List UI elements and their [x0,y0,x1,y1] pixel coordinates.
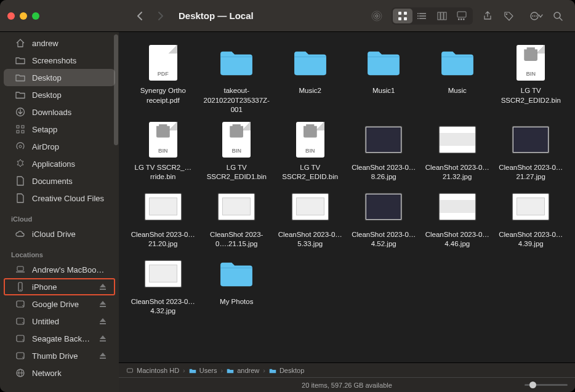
sidebar-item[interactable]: iCloud Drive [4,225,115,242]
sidebar-item[interactable]: Google Drive [4,295,115,313]
item-thumbnail [438,120,477,159]
airdrop-icon[interactable] [367,9,387,23]
file-grid[interactable]: PDFSynergy Ortho receipt.pdftakeout-2021… [119,32,575,362]
sidebar-item[interactable]: Downloads [4,103,115,121]
minimize-button[interactable] [20,12,27,20]
file-item[interactable]: PDFSynergy Ortho receipt.pdf [127,43,199,115]
document-icon: BIN [296,122,324,158]
svg-rect-31 [22,130,24,133]
file-item[interactable]: CleanShot 2023-0…21.27.jpg [496,120,567,182]
sidebar-item[interactable]: Network [4,364,115,382]
sidebar-item[interactable]: Thumb Drive [4,347,115,364]
item-label: LG TV SSCR2_EDID1.bin [203,163,270,182]
view-gallery-button[interactable] [452,9,472,23]
svg-rect-17 [458,18,460,20]
sidebar-item[interactable]: Documents [4,172,115,190]
document-icon: BIN [222,122,251,158]
sidebar-item-label: Google Drive [32,300,93,309]
sidebar-item[interactable]: Andrew's MacBoo… [4,261,115,278]
file-item[interactable]: BINLG TV SSCR2_…rride.bin [127,120,199,182]
sidebar-item-label: Desktop [32,90,108,100]
view-icons-button[interactable] [393,9,412,23]
zoom-slider[interactable] [525,384,568,386]
search-button[interactable] [548,9,568,23]
sidebar-item[interactable]: Applications [4,155,115,172]
file-item[interactable]: CleanShot 2023-0….21.15.jpg [201,187,273,249]
eject-icon[interactable] [99,352,108,359]
svg-rect-29 [22,126,24,128]
file-item[interactable]: BINLG TV SSCR2_EDID1.bin [201,120,273,182]
sidebar-item[interactable]: Untitled [4,313,115,330]
svg-rect-19 [463,18,465,20]
path-segment[interactable]: andrew [227,367,259,374]
sidebar-item[interactable]: Desktop [4,69,115,86]
sidebar-item[interactable]: andrew [4,34,115,52]
sidebar-item-label: iPhone [32,282,93,292]
close-button[interactable] [7,12,15,20]
file-item[interactable]: Music2 [275,43,346,115]
svg-point-1 [374,13,380,19]
file-item[interactable]: CleanShot 2023-0…4.39.jpg [496,187,567,249]
svg-rect-37 [17,301,24,307]
toolbar [367,7,568,25]
image-thumbnail [365,193,402,220]
item-thumbnail [438,43,477,82]
svg-rect-5 [398,17,401,20]
file-item[interactable]: CleanShot 2023-0…8.26.jpg [348,120,420,182]
file-item[interactable]: CleanShot 2023-0…21.32.jpg [422,120,493,182]
zoom-button[interactable] [32,12,39,20]
svg-rect-14 [441,12,443,20]
image-thumbnail [439,193,476,220]
eject-icon[interactable] [99,318,108,325]
file-item[interactable]: CleanShot 2023-0…4.46.jpg [422,187,493,249]
file-item[interactable]: My Photos [201,254,273,316]
sidebar-scrollbar[interactable] [114,34,118,145]
sidebar-item[interactable]: iPhone [4,278,115,295]
folder-icon [15,89,26,100]
svg-rect-6 [404,17,407,20]
folder-blue-icon [189,367,196,374]
sidebar-item[interactable]: Seagate Backu… [4,330,115,347]
file-item[interactable]: Music1 [348,43,420,115]
view-columns-button[interactable] [432,9,452,23]
sidebar-item-label: Downloads [32,108,108,117]
svg-rect-41 [17,335,24,342]
action-menu-button[interactable] [527,9,547,23]
path-segment[interactable]: Desktop [269,367,304,374]
path-segment[interactable]: Macintosh HD [126,367,179,374]
sidebar-item[interactable]: Creative Cloud Files [4,190,115,207]
file-item[interactable]: CleanShot 2023-0…5.33.jpg [275,187,346,249]
file-item[interactable]: BINLG TV SSCR2_EDID.bin [275,120,346,182]
sidebar[interactable]: andrewScreenshotsDesktopDesktopDownloads… [0,32,119,392]
image-thumbnail [145,260,182,287]
file-item[interactable]: BINLG TV SSCR2_EDID2.bin [496,43,567,115]
file-item[interactable]: takeout-20210220T235337Z-001 [201,43,273,115]
chevron-right-icon: › [220,367,223,374]
forward-button[interactable] [151,7,169,25]
path-label: andrew [237,367,259,374]
eject-icon[interactable] [99,335,108,342]
file-item[interactable]: CleanShot 2023-0…21.20.jpg [127,187,199,249]
tags-button[interactable] [499,9,518,23]
sidebar-item[interactable]: Setapp [4,121,115,138]
sidebar-item[interactable]: Desktop [4,86,115,103]
sidebar-item[interactable]: AirDrop [4,138,115,155]
document-icon: BIN [149,122,177,158]
sidebar-item[interactable]: Screenshots [4,52,115,69]
item-thumbnail [364,120,403,159]
file-item[interactable]: CleanShot 2023-0…4.52.jpg [348,187,420,249]
view-list-button[interactable] [412,9,432,23]
item-label: CleanShot 2023-0…21.27.jpg [497,163,565,182]
item-thumbnail [291,43,330,82]
svg-point-11 [417,15,419,17]
back-button[interactable] [132,7,149,25]
eject-icon[interactable] [99,283,108,290]
file-item[interactable]: CleanShot 2023-0…4.32.jpg [127,254,199,316]
share-button[interactable] [478,9,497,23]
disk-icon [15,350,26,361]
item-label: Music [448,86,467,96]
image-thumbnail [145,193,182,220]
file-item[interactable]: Music [422,43,493,115]
eject-icon[interactable] [99,300,108,308]
path-segment[interactable]: Users [189,367,217,374]
